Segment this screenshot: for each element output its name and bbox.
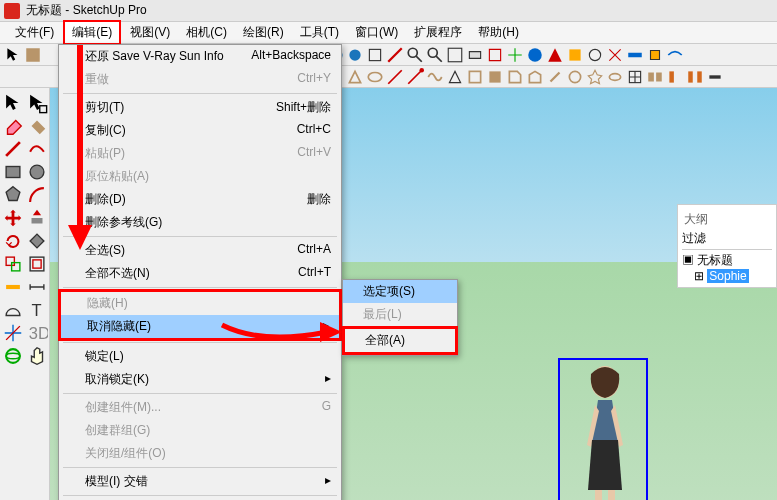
- svg-point-31: [6, 349, 20, 363]
- svg-rect-23: [6, 167, 20, 178]
- menu-view[interactable]: 视图(V): [123, 22, 177, 43]
- shape-icon[interactable]: [646, 68, 664, 86]
- menu-make-component[interactable]: 创建组件(M)...G: [59, 396, 341, 419]
- zoom-icon[interactable]: [426, 46, 444, 64]
- pan-icon[interactable]: [26, 345, 48, 367]
- paint-icon[interactable]: [24, 46, 42, 64]
- submenu-last[interactable]: 最后(L): [343, 303, 457, 326]
- svg-rect-18: [656, 72, 662, 81]
- rotate-icon[interactable]: [2, 230, 24, 252]
- eraser-icon[interactable]: [2, 115, 24, 137]
- tool-icon[interactable]: [366, 46, 384, 64]
- dim-icon[interactable]: [26, 276, 48, 298]
- tool-icon[interactable]: [386, 46, 404, 64]
- follow-icon[interactable]: [26, 230, 48, 252]
- svg-point-7: [528, 48, 542, 62]
- shape-icon[interactable]: [686, 68, 704, 86]
- polygon-icon[interactable]: [2, 184, 24, 206]
- shape-icon[interactable]: [706, 68, 724, 86]
- svg-rect-10: [628, 52, 642, 57]
- panel-filter[interactable]: 过滤: [682, 230, 772, 250]
- tool-icon[interactable]: [506, 46, 524, 64]
- tool-icon[interactable]: [646, 46, 664, 64]
- circle-icon[interactable]: [26, 161, 48, 183]
- text-icon[interactable]: T: [26, 299, 48, 321]
- menu-select-none[interactable]: 全部不选(N)Ctrl+T: [59, 262, 341, 285]
- tool-icon[interactable]: [586, 46, 604, 64]
- menu-draw[interactable]: 绘图(R): [236, 22, 291, 43]
- rect-icon[interactable]: [2, 161, 24, 183]
- shape-icon[interactable]: [366, 68, 384, 86]
- axes-icon[interactable]: [2, 322, 24, 344]
- select-icon[interactable]: [2, 92, 24, 114]
- shape-icon[interactable]: [466, 68, 484, 86]
- tree-root[interactable]: ▣ 无标题: [682, 252, 772, 269]
- tool-icon[interactable]: [446, 46, 464, 64]
- selected-figure[interactable]: [558, 358, 648, 500]
- shape-icon[interactable]: [606, 68, 624, 86]
- arc-icon[interactable]: [26, 184, 48, 206]
- tool-icon[interactable]: [546, 46, 564, 64]
- select2-icon[interactable]: [26, 92, 48, 114]
- menu-close-group[interactable]: 关闭组/组件(O): [59, 442, 341, 465]
- panel-title: 大纲: [682, 209, 772, 230]
- svg-rect-17: [648, 72, 654, 81]
- unhide-submenu: 选定项(S) 最后(L) 全部(A): [342, 279, 458, 356]
- shape-icon[interactable]: [666, 68, 684, 86]
- paint-bucket-icon[interactable]: [26, 115, 48, 137]
- menu-window[interactable]: 窗口(W): [348, 22, 405, 43]
- orbit-icon[interactable]: [2, 345, 24, 367]
- svg-text:T: T: [31, 301, 41, 319]
- tool-icon[interactable]: [606, 46, 624, 64]
- menu-intersect[interactable]: 模型(I) 交错: [59, 470, 341, 493]
- window-title: 无标题 - SketchUp Pro: [26, 2, 147, 19]
- shape-icon[interactable]: [566, 68, 584, 86]
- shape-icon[interactable]: [426, 68, 444, 86]
- tree-item[interactable]: ⊞ Sophie: [682, 269, 772, 283]
- menu-make-group[interactable]: 创建群组(G): [59, 419, 341, 442]
- tool-icon[interactable]: [466, 46, 484, 64]
- pushpull-icon[interactable]: [26, 207, 48, 229]
- menu-file[interactable]: 文件(F): [8, 22, 61, 43]
- svg-rect-21: [697, 71, 702, 82]
- shape-icon[interactable]: [446, 68, 464, 86]
- submenu-all[interactable]: 全部(A): [345, 329, 455, 352]
- tool-icon[interactable]: [626, 46, 644, 64]
- svg-rect-34: [595, 490, 602, 500]
- shape-icon[interactable]: [526, 68, 544, 86]
- shape-icon[interactable]: [626, 68, 644, 86]
- 3dtext-icon[interactable]: 3D: [26, 322, 48, 344]
- svg-rect-13: [469, 71, 480, 82]
- svg-rect-35: [608, 490, 615, 500]
- tool-icon[interactable]: [526, 46, 544, 64]
- svg-rect-14: [489, 71, 500, 82]
- tape-icon[interactable]: [2, 276, 24, 298]
- freehand-icon[interactable]: [26, 138, 48, 160]
- offset-icon[interactable]: [26, 253, 48, 275]
- menu-ext[interactable]: 扩展程序: [407, 22, 469, 43]
- scale-icon[interactable]: [2, 253, 24, 275]
- shape-icon[interactable]: [506, 68, 524, 86]
- cursor-icon[interactable]: [4, 46, 22, 64]
- move-icon[interactable]: [2, 207, 24, 229]
- svg-rect-8: [569, 49, 580, 60]
- shape-icon[interactable]: [386, 68, 404, 86]
- tool-icon[interactable]: [666, 46, 684, 64]
- svg-point-2: [349, 49, 360, 60]
- tool-icon[interactable]: [486, 46, 504, 64]
- tool-icon[interactable]: [346, 46, 364, 64]
- menu-camera[interactable]: 相机(C): [179, 22, 234, 43]
- menu-help[interactable]: 帮助(H): [471, 22, 526, 43]
- tool-icon[interactable]: [566, 46, 584, 64]
- submenu-selected[interactable]: 选定项(S): [343, 280, 457, 303]
- shape-icon[interactable]: [486, 68, 504, 86]
- shape-icon[interactable]: [586, 68, 604, 86]
- menu-tools[interactable]: 工具(T): [293, 22, 346, 43]
- shape-icon[interactable]: [546, 68, 564, 86]
- menu-unlock[interactable]: 取消锁定(K): [59, 368, 341, 391]
- protractor-icon[interactable]: [2, 299, 24, 321]
- shape-icon[interactable]: [346, 68, 364, 86]
- line-icon[interactable]: [2, 138, 24, 160]
- shape-icon[interactable]: [406, 68, 424, 86]
- zoom-icon[interactable]: [406, 46, 424, 64]
